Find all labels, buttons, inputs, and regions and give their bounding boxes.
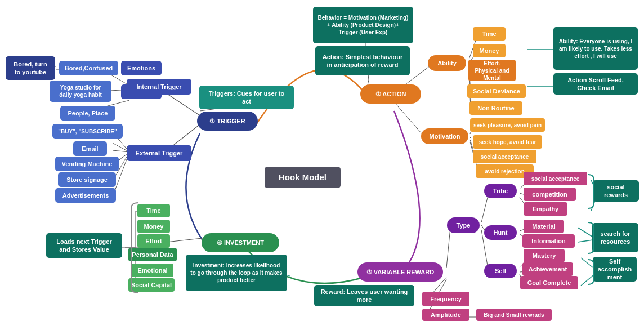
action-desc: Action: Simplest behaviour in anticipati…	[315, 46, 410, 75]
store-signage: Store signage	[58, 172, 116, 187]
amplitude: Amplitude	[422, 309, 469, 321]
material: Material	[524, 220, 564, 233]
loads-next: Loads next Trigger and Stores Value	[46, 233, 122, 258]
type: Type	[447, 217, 480, 233]
ability: Ability	[428, 55, 466, 71]
svg-line-30	[446, 228, 450, 268]
frequency: Frequency	[422, 292, 469, 306]
svg-line-34	[481, 193, 489, 222]
seek-hope: seek hope, avoid fear	[473, 135, 542, 149]
effort-pm: Effort-Physical and Mental	[468, 60, 516, 81]
personal-data: Personal Data	[128, 248, 177, 261]
bored-confused: Bored,Confused	[59, 61, 118, 75]
action-circle: ② ACTION	[360, 84, 421, 104]
action-scroll: Action Scroll Feed, Check Email	[553, 73, 638, 95]
social-capital: Social Capital	[128, 278, 175, 292]
competition: competition	[524, 188, 576, 201]
search-resources: search for resources	[592, 223, 638, 252]
internal-trigger: Internal Trigger	[127, 79, 191, 95]
social-accept-t: social acceptance	[524, 172, 587, 185]
vending-machine: Vending Machine	[55, 157, 119, 171]
social-rewards: social rewards	[593, 180, 639, 202]
social-accept-m: social acceptance	[473, 150, 536, 163]
emotions: Emotions	[121, 61, 162, 75]
time-ability: Time	[473, 27, 506, 41]
hunt: Hunt	[484, 225, 517, 240]
empathy: Empathy	[524, 202, 567, 216]
self: Self	[484, 264, 517, 278]
tribe: Tribe	[484, 184, 517, 198]
people-place: People, Place	[60, 106, 115, 121]
yoga-studio: Yoga studio for daily yoga habit	[50, 81, 111, 102]
center-node: Hook Model	[265, 167, 341, 188]
trigger-circle: ① TRIGGER	[197, 112, 258, 131]
email: Email	[73, 141, 107, 156]
information: Information	[522, 234, 575, 248]
time-investment: Time	[137, 204, 170, 217]
bored-youtube: Bored, turn to youtube	[6, 56, 55, 80]
behavior-desc: Behavior = Motivation (Marketing) + Abil…	[313, 7, 413, 43]
motivation: Motivation	[421, 128, 468, 144]
big-small: Big and Small rewrads	[476, 309, 552, 321]
external-trigger: External Trigger	[127, 145, 191, 161]
seek-pleasure: seek pleasure, avoid pain	[470, 118, 545, 132]
non-routine: Non Routine	[469, 101, 522, 115]
triggers-cue: Triggers: Cues for user to act	[199, 86, 294, 109]
achievement: Achievement	[522, 262, 573, 276]
reward-desc: Reward: Leaves user wanting more	[314, 285, 414, 306]
investment-circle: ④ INVESTMENT	[202, 233, 279, 252]
variable-reward-circle: ③ VARIABLE REWARD	[357, 262, 443, 282]
advertisements: Advertisements	[55, 188, 116, 203]
svg-line-18	[394, 102, 425, 137]
effort-investment: Effort	[137, 234, 170, 248]
social-deviance: Social Deviance	[467, 84, 526, 98]
investment-desc: Investment: Increases likelihood to go t…	[186, 255, 287, 291]
mastery: Mastery	[524, 249, 565, 262]
buy-subscribe: "BUY", "SUBSCRIBE"	[52, 124, 123, 139]
goal-complete: Goal Complete	[520, 276, 578, 289]
ability-desc: Ability: Everyone is using, I am likely …	[553, 27, 638, 70]
money-ability: Money	[473, 44, 506, 57]
self-accomplish: Self accomplish ment	[593, 257, 637, 282]
emotional: Emotional	[132, 264, 173, 277]
money-investment: Money	[137, 220, 170, 233]
mind-map: Bored, turn to youtube Bored,Confused Em…	[0, 0, 644, 321]
